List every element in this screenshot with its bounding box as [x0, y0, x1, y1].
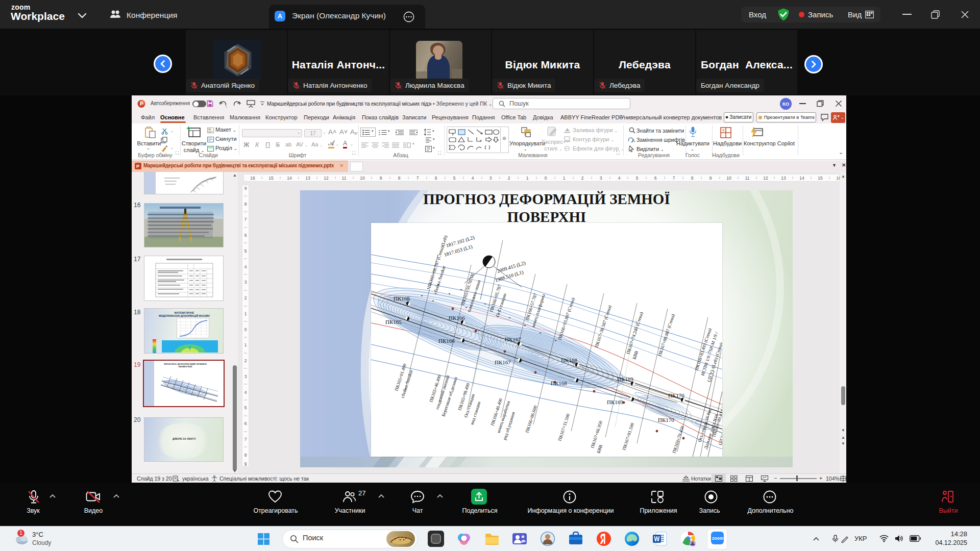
svg-text:1: 1 [244, 342, 247, 347]
svg-text:10: 10 [726, 176, 731, 181]
svg-text:4: 4 [244, 390, 247, 395]
svg-text:8: 8 [398, 176, 401, 181]
svg-text:6: 6 [654, 176, 657, 181]
svg-text:14: 14 [799, 176, 804, 181]
svg-text:ПК167: ПК167 [495, 359, 511, 365]
svg-text:12: 12 [763, 176, 768, 181]
svg-text:4: 4 [472, 176, 474, 181]
svg-text:3: 3 [244, 374, 247, 379]
svg-text:7: 7 [673, 176, 675, 181]
svg-text:15: 15 [268, 176, 274, 181]
svg-text:ПК170: ПК170 [658, 417, 674, 423]
svg-text:7: 7 [244, 437, 247, 442]
svg-text:3: 3 [489, 176, 492, 181]
svg-text:14: 14 [287, 176, 292, 181]
svg-text:15: 15 [818, 176, 823, 181]
svg-text:P: P [136, 164, 139, 169]
svg-text:ПК168: ПК168 [561, 357, 577, 363]
svg-text:ПК167: ПК167 [505, 336, 521, 342]
svg-text:0: 0 [545, 176, 547, 181]
svg-text:8: 8 [244, 202, 247, 207]
svg-text:5: 5 [244, 248, 247, 254]
svg-text:0: 0 [244, 327, 247, 332]
svg-text:ПК169: ПК169 [617, 376, 633, 382]
svg-text:5: 5 [244, 405, 247, 410]
svg-text:2: 2 [244, 295, 247, 300]
svg-text:ПК167+31.590: ПК167+31.590 [557, 413, 571, 442]
svg-text:4: 4 [244, 264, 247, 269]
svg-text:13: 13 [305, 176, 310, 181]
svg-text:9: 9 [244, 462, 247, 467]
svg-text:ПК166: ПК166 [449, 315, 465, 321]
svg-text:1: 1 [244, 311, 247, 316]
svg-text:1: 1 [526, 176, 529, 181]
svg-text:6: 6 [244, 421, 247, 426]
svg-text:6: 6 [435, 176, 437, 181]
svg-text:5: 5 [636, 176, 639, 181]
svg-text:A: A [632, 138, 635, 143]
svg-text:5: 5 [453, 176, 456, 181]
svg-text:ПК169: ПК169 [607, 399, 623, 405]
svg-text:ПК168: ПК168 [551, 380, 567, 386]
svg-text:ПК170: ПК170 [668, 392, 684, 398]
svg-text:13: 13 [781, 176, 786, 181]
svg-text:БВВ: БВВ [631, 350, 639, 360]
svg-text:16: 16 [250, 176, 255, 181]
svg-text:P: P [140, 101, 143, 107]
svg-text:8: 8 [244, 453, 247, 458]
svg-text:ПК166+86.600: ПК166+86.600 [524, 405, 538, 434]
svg-text:10: 10 [360, 176, 365, 181]
svg-text:ПК169+79.450: ПК169+79.450 [671, 425, 685, 454]
svg-text:9: 9 [380, 176, 382, 181]
svg-text:11: 11 [745, 176, 750, 181]
svg-text:ПК167+81.590: ПК167+81.590 [621, 422, 635, 451]
svg-text:11: 11 [342, 176, 347, 181]
svg-text:9: 9 [709, 176, 712, 181]
svg-text:7: 7 [416, 176, 419, 181]
svg-text:1: 1 [563, 176, 566, 181]
svg-text:4: 4 [618, 176, 621, 181]
svg-text:16: 16 [836, 176, 840, 181]
svg-text:7: 7 [244, 217, 247, 222]
svg-text:6: 6 [244, 233, 247, 238]
svg-text:12: 12 [324, 176, 329, 181]
svg-text:ПК165: ПК165 [385, 319, 402, 325]
svg-text:3: 3 [244, 280, 247, 285]
svg-text:ПК167+74.248 (Стена): ПК167+74.248 (Стена) [625, 311, 644, 355]
svg-text:9: 9 [244, 186, 247, 191]
svg-text:ПК16Б: ПК16Б [394, 295, 410, 302]
svg-text:2: 2 [244, 358, 247, 363]
svg-text:ПК166: ПК166 [438, 338, 455, 344]
svg-text:БВВ: БВВ [596, 444, 603, 454]
svg-text:2: 2 [581, 176, 584, 181]
svg-text:8: 8 [691, 176, 694, 181]
svg-text:ПК167+66.950: ПК167+66.950 [590, 420, 603, 449]
svg-text:3: 3 [600, 176, 602, 181]
svg-text:2: 2 [508, 176, 510, 181]
